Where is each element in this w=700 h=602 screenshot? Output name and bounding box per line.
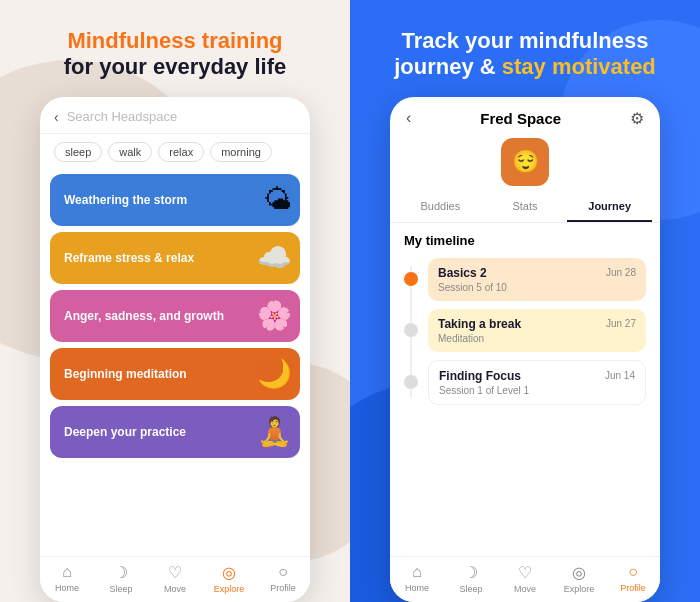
- explore-nav-icon: ◎: [222, 563, 236, 582]
- course-illustration-icon: 🌸: [257, 299, 292, 332]
- move-right-nav-label: Move: [514, 584, 536, 594]
- course-title: Weathering the storm: [64, 193, 187, 207]
- tag-morning[interactable]: morning: [210, 142, 272, 162]
- left-headline: Mindfulness training for your everyday l…: [44, 0, 307, 97]
- timeline-row[interactable]: Finding Focus Jun 14 Session 1 of Level …: [404, 360, 646, 405]
- move-right-nav-icon: ♡: [518, 563, 532, 582]
- right-nav-item-home[interactable]: ⌂ Home: [390, 563, 444, 594]
- timeline-card-sub: Session 5 of 10: [438, 282, 636, 293]
- course-title: Deepen your practice: [64, 425, 186, 439]
- course-card[interactable]: Beginning meditation 🌙: [50, 348, 300, 400]
- course-card[interactable]: Deepen your practice 🧘: [50, 406, 300, 458]
- timeline-card[interactable]: Basics 2 Jun 28 Session 5 of 10: [428, 258, 646, 301]
- profile-nav-label: Profile: [270, 583, 296, 593]
- bottom-nav-left: ⌂ Home ☽ Sleep ♡ Move ◎ Explore ○ Profil…: [40, 556, 310, 602]
- headline-journey: journey &: [394, 54, 502, 79]
- timeline-card-sub: Session 1 of Level 1: [439, 385, 635, 396]
- phone-left: ‹ Search Headspace sleepwalkrelaxmorning…: [40, 97, 310, 602]
- timeline-dot: [404, 375, 418, 389]
- profile-header: ‹ Fred Space ⚙: [390, 97, 660, 128]
- profile-name: Fred Space: [411, 110, 630, 127]
- tags-row: sleepwalkrelaxmorning: [40, 134, 310, 170]
- timeline-card-title: Finding Focus: [439, 369, 521, 383]
- timeline-card-date: Jun 27: [606, 318, 636, 329]
- timeline-items: Basics 2 Jun 28 Session 5 of 10 Taking a…: [404, 258, 646, 405]
- tag-sleep[interactable]: sleep: [54, 142, 102, 162]
- profile-nav-icon: ○: [278, 563, 288, 581]
- tab-stats[interactable]: Stats: [483, 192, 568, 222]
- search-bar-container: ‹ Search Headspace: [40, 97, 310, 134]
- home-right-nav-label: Home: [405, 583, 429, 593]
- course-illustration-icon: 🧘: [257, 415, 292, 448]
- timeline-row[interactable]: Taking a break Jun 27 Meditation: [404, 309, 646, 352]
- timeline-card-sub: Meditation: [438, 333, 636, 344]
- sleep-nav-icon: ☽: [114, 563, 128, 582]
- right-nav-item-move[interactable]: ♡ Move: [498, 563, 552, 594]
- nav-item-home[interactable]: ⌂ Home: [40, 563, 94, 594]
- course-illustration-icon: 🌙: [257, 357, 292, 390]
- profile-right-nav-icon: ○: [628, 563, 638, 581]
- timeline-card-date: Jun 28: [606, 267, 636, 278]
- timeline-row[interactable]: Basics 2 Jun 28 Session 5 of 10: [404, 258, 646, 301]
- right-nav-item-profile[interactable]: ○ Profile: [606, 563, 660, 594]
- tag-walk[interactable]: walk: [108, 142, 152, 162]
- tab-journey[interactable]: Journey: [567, 192, 652, 222]
- course-title: Reframe stress & relax: [64, 251, 194, 265]
- left-panel: Mindfulness training for your everyday l…: [0, 0, 350, 602]
- sleep-nav-label: Sleep: [109, 584, 132, 594]
- move-nav-icon: ♡: [168, 563, 182, 582]
- right-panel: Track your mindfulness journey & stay mo…: [350, 0, 700, 602]
- timeline-card-title: Taking a break: [438, 317, 521, 331]
- headline-orange: Mindfulness training: [64, 28, 287, 54]
- timeline-section: My timeline Basics 2 Jun 28 Session 5 of…: [390, 223, 660, 556]
- headline-motivated: stay motivated: [502, 54, 656, 79]
- timeline-card-title: Basics 2: [438, 266, 487, 280]
- move-nav-label: Move: [164, 584, 186, 594]
- nav-item-profile[interactable]: ○ Profile: [256, 563, 310, 594]
- course-illustration-icon: 🌤: [264, 183, 292, 216]
- right-nav-item-explore[interactable]: ◎ Explore: [552, 563, 606, 594]
- course-card[interactable]: Weathering the storm 🌤: [50, 174, 300, 226]
- headline-dark: for your everyday life: [64, 54, 287, 80]
- nav-item-explore[interactable]: ◎ Explore: [202, 563, 256, 594]
- sleep-right-nav-icon: ☽: [464, 563, 478, 582]
- profile-tabs: BuddiesStatsJourney: [390, 192, 660, 223]
- explore-right-nav-label: Explore: [564, 584, 595, 594]
- course-card[interactable]: Anger, sadness, and growth 🌸: [50, 290, 300, 342]
- nav-item-move[interactable]: ♡ Move: [148, 563, 202, 594]
- timeline-card[interactable]: Finding Focus Jun 14 Session 1 of Level …: [428, 360, 646, 405]
- avatar-area: 😌: [390, 128, 660, 192]
- course-title: Beginning meditation: [64, 367, 187, 381]
- course-card[interactable]: Reframe stress & relax ☁️: [50, 232, 300, 284]
- home-nav-icon: ⌂: [62, 563, 72, 581]
- nav-item-sleep[interactable]: ☽ Sleep: [94, 563, 148, 594]
- gear-icon[interactable]: ⚙: [630, 109, 644, 128]
- avatar: 😌: [501, 138, 549, 186]
- course-title: Anger, sadness, and growth: [64, 309, 224, 323]
- search-placeholder-text[interactable]: Search Headspace: [67, 109, 178, 124]
- back-arrow-icon[interactable]: ‹: [54, 109, 59, 125]
- timeline-dot: [404, 272, 418, 286]
- phone-right: ‹ Fred Space ⚙ 😌 BuddiesStatsJourney My …: [390, 97, 660, 602]
- home-right-nav-icon: ⌂: [412, 563, 422, 581]
- course-list: Weathering the storm 🌤 Reframe stress & …: [40, 170, 310, 556]
- profile-right-nav-label: Profile: [620, 583, 646, 593]
- headline-main: Track your mindfulness: [402, 28, 649, 53]
- timeline-title: My timeline: [404, 233, 646, 248]
- right-headline: Track your mindfulness journey & stay mo…: [374, 0, 676, 97]
- timeline-dot: [404, 323, 418, 337]
- home-nav-label: Home: [55, 583, 79, 593]
- timeline-card-date: Jun 14: [605, 370, 635, 381]
- tag-relax[interactable]: relax: [158, 142, 204, 162]
- sleep-right-nav-label: Sleep: [459, 584, 482, 594]
- bottom-nav-right: ⌂ Home ☽ Sleep ♡ Move ◎ Explore ○ Profil…: [390, 556, 660, 602]
- explore-right-nav-icon: ◎: [572, 563, 586, 582]
- timeline-card[interactable]: Taking a break Jun 27 Meditation: [428, 309, 646, 352]
- course-illustration-icon: ☁️: [257, 241, 292, 274]
- explore-nav-label: Explore: [214, 584, 245, 594]
- tab-buddies[interactable]: Buddies: [398, 192, 483, 222]
- right-nav-item-sleep[interactable]: ☽ Sleep: [444, 563, 498, 594]
